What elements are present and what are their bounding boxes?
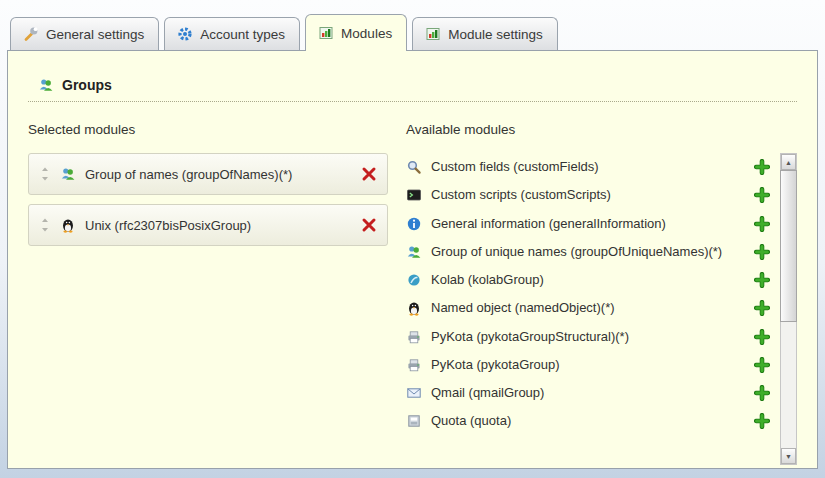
available-module-row: General information (generalInformation) [406, 210, 770, 238]
remove-module-button[interactable] [361, 217, 377, 233]
scroll-down-button[interactable]: ▼ [781, 448, 796, 464]
selected-modules-heading: Selected modules [28, 122, 388, 137]
gear-icon [177, 26, 193, 42]
tab-label: Module settings [448, 27, 543, 42]
available-module-label: Custom fields (customFields) [431, 159, 599, 175]
printer-icon [406, 329, 422, 345]
add-plus-icon [754, 413, 770, 429]
available-module-label: Named object (namedObject)(*) [431, 300, 615, 316]
tab-label: Modules [341, 26, 392, 41]
tux-icon [60, 217, 76, 233]
available-module-label: Kolab (kolabGroup) [431, 272, 544, 288]
add-module-button[interactable] [754, 300, 770, 316]
scrollbar-track[interactable] [781, 170, 796, 448]
delete-x-icon [361, 166, 377, 182]
drag-handle-icon[interactable] [39, 166, 51, 182]
available-module-row: Custom fields (customFields) [406, 153, 770, 181]
add-plus-icon [754, 244, 770, 260]
add-module-button[interactable] [754, 159, 770, 175]
group-icon [38, 77, 54, 93]
available-module-row: PyKota (pykotaGroup) [406, 351, 770, 379]
modules-icon [318, 25, 334, 41]
delete-x-icon [361, 217, 377, 233]
wrench-icon [23, 26, 39, 42]
printer-icon [406, 357, 422, 373]
mail-icon [406, 385, 422, 401]
available-module-label: Quota (quota) [431, 413, 511, 429]
tab-modules[interactable]: Modules [305, 14, 407, 51]
add-plus-icon [754, 187, 770, 203]
available-module-row: Group of unique names (groupOfUniqueName… [406, 238, 770, 266]
add-module-button[interactable] [754, 357, 770, 373]
selected-module-row[interactable]: Unix (rfc2307bisPosixGroup) [28, 204, 388, 246]
kolab-icon [406, 272, 422, 288]
tux-icon [406, 300, 422, 316]
tab-module-settings[interactable]: Module settings [412, 17, 558, 50]
available-modules-heading: Available modules [406, 122, 797, 137]
add-plus-icon [754, 272, 770, 288]
scroll-up-button[interactable]: ▲ [781, 154, 796, 170]
available-module-label: Custom scripts (customScripts) [431, 187, 611, 203]
group-icon [406, 244, 422, 260]
tab-account-types[interactable]: Account types [164, 17, 300, 50]
available-module-label: Qmail (qmailGroup) [431, 385, 544, 401]
available-module-row: Qmail (qmailGroup) [406, 379, 770, 407]
tab-general-settings[interactable]: General settings [10, 17, 159, 50]
available-modules-list: Custom fields (customFields) Custom scri… [406, 153, 780, 465]
add-module-button[interactable] [754, 216, 770, 232]
modules-panel: Groups Selected modules Group of names (… [7, 50, 818, 469]
info-icon [406, 216, 422, 232]
remove-module-button[interactable] [361, 166, 377, 182]
available-module-row: Named object (namedObject)(*) [406, 294, 770, 322]
selected-modules-column: Selected modules Group of names (groupOf… [28, 122, 388, 465]
drag-handle-icon[interactable] [39, 217, 51, 233]
available-module-row: Custom scripts (customScripts) [406, 181, 770, 209]
available-modules-column: Available modules Custom fields (customF… [406, 122, 797, 465]
scrollbar-thumb[interactable] [780, 170, 797, 322]
add-plus-icon [754, 216, 770, 232]
available-module-label: Group of unique names (groupOfUniqueName… [431, 244, 722, 260]
add-plus-icon [754, 159, 770, 175]
selected-module-row[interactable]: Group of names (groupOfNames)(*) [28, 153, 388, 195]
add-module-button[interactable] [754, 385, 770, 401]
section-title: Groups [62, 77, 112, 93]
add-plus-icon [754, 357, 770, 373]
add-module-button[interactable] [754, 329, 770, 345]
add-module-button[interactable] [754, 187, 770, 203]
available-module-row: Quota (quota) [406, 407, 770, 435]
add-plus-icon [754, 300, 770, 316]
magnifier-icon [406, 159, 422, 175]
available-module-label: PyKota (pykotaGroupStructural)(*) [431, 329, 629, 345]
tab-bar: General settings Account types Modules M… [0, 0, 825, 50]
available-module-label: General information (generalInformation) [431, 216, 666, 232]
selected-module-label: Group of names (groupOfNames)(*) [85, 167, 292, 182]
add-module-button[interactable] [754, 244, 770, 260]
section-heading-groups: Groups [28, 77, 797, 102]
add-module-button[interactable] [754, 272, 770, 288]
add-plus-icon [754, 329, 770, 345]
terminal-icon [406, 187, 422, 203]
available-module-row: PyKota (pykotaGroupStructural)(*) [406, 323, 770, 351]
module-settings-icon [425, 26, 441, 42]
tab-label: Account types [200, 27, 285, 42]
available-module-label: PyKota (pykotaGroup) [431, 357, 560, 373]
quota-icon [406, 413, 422, 429]
add-plus-icon [754, 385, 770, 401]
available-module-row: Kolab (kolabGroup) [406, 266, 770, 294]
tab-label: General settings [46, 27, 144, 42]
group-icon [60, 166, 76, 182]
vertical-scrollbar[interactable]: ▲ ▼ [780, 153, 797, 465]
selected-module-label: Unix (rfc2307bisPosixGroup) [85, 218, 251, 233]
add-module-button[interactable] [754, 413, 770, 429]
